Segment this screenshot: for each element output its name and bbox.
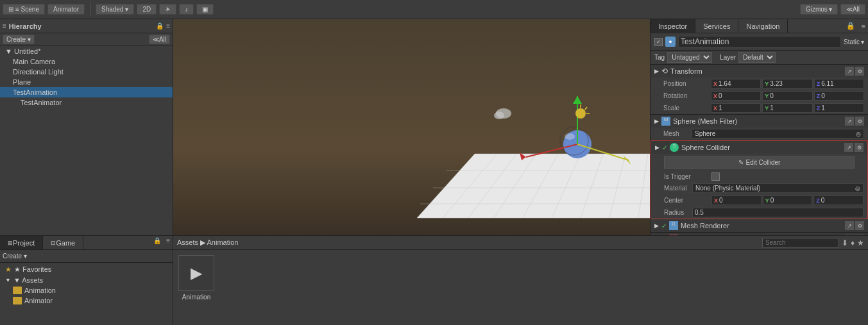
2d-btn[interactable]: 2D <box>137 4 157 15</box>
object-icon: ● <box>665 37 676 47</box>
hierarchy-untitled[interactable]: ▼ Untitled* <box>0 46 173 56</box>
scale-label: Scale <box>663 104 708 112</box>
scene-tab-btn[interactable]: ⊞ ≡ Scene <box>3 4 45 15</box>
component-transform: ▶ ⟲ Transform ↗ ⚙ Position X 1.64 <box>651 65 868 115</box>
mesh-filter-header[interactable]: ▶ M Sphere (Mesh Filter) ↗ ⚙ <box>651 115 868 128</box>
rotation-z-field[interactable]: Z 0 <box>814 91 864 101</box>
project-toolbar: Create ▾ <box>0 250 173 263</box>
sphere-collider-check-icon: ✓ <box>662 144 667 151</box>
tag-layer-row: Tag Untagged Layer Default <box>651 51 868 65</box>
edit-collider-btn[interactable]: ✎ Edit Collider <box>664 156 855 169</box>
mesh-value-field[interactable]: Sphere ◎ <box>692 129 864 138</box>
sphere-collider-header[interactable]: ▶ ✓ S Sphere Collider ↗ ⚙ <box>651 141 867 154</box>
gizmos-btn[interactable]: Gizmos ▾ <box>800 4 838 15</box>
radius-label: Radius <box>664 209 690 216</box>
material-field[interactable]: None (Physic Material) ◎ <box>692 183 864 193</box>
tab-inspector[interactable]: Inspector <box>651 19 695 33</box>
center-z-field[interactable]: Z 0 <box>813 196 864 205</box>
scene-view[interactable]: Y X Z ◄ Persp <box>173 19 650 235</box>
animator-tab-btn[interactable]: Animator <box>47 4 85 15</box>
inspector-lock-btn[interactable]: 🔒 <box>842 21 859 31</box>
transform-actions: ↗ ⚙ <box>845 67 864 76</box>
assets-icon3[interactable]: ★ <box>857 238 864 247</box>
is-trigger-row: Is Trigger <box>651 171 867 182</box>
hierarchy-all-btn[interactable]: ≪All <box>149 35 170 44</box>
layer-dropdown[interactable]: Default <box>738 52 776 63</box>
object-name[interactable]: TestAnimation <box>678 36 841 47</box>
mesh-renderer-menu-btn[interactable]: ⚙ <box>855 221 864 230</box>
assets-panel: Assets ▶ Animation ⬇ ♦ ★ ▶ Animation <box>173 236 868 325</box>
audio-btn[interactable]: ♪ <box>179 4 194 15</box>
assets-icon1[interactable]: ⬇ <box>842 238 848 247</box>
asset-item-animation[interactable]: ▶ Animation <box>178 255 214 301</box>
svg-point-16 <box>565 133 575 140</box>
hierarchy-item-test-animator[interactable]: TestAnimator <box>0 97 173 108</box>
object-active-checkbox[interactable]: ✓ <box>654 38 663 46</box>
position-x-field[interactable]: X 1.64 <box>711 79 761 88</box>
mesh-renderer-header[interactable]: ▶ ✓ R Mesh Renderer ↗ ⚙ <box>651 219 868 232</box>
transform-ref-btn[interactable]: ↗ <box>845 67 854 76</box>
mesh-label: Mesh <box>663 130 689 137</box>
all-btn[interactable]: ≪All <box>840 4 865 15</box>
is-trigger-checkbox[interactable] <box>711 172 720 181</box>
transform-arrow-icon: ▶ <box>654 68 659 74</box>
sphere-collider-ref-btn[interactable]: ↗ <box>844 143 853 152</box>
mesh-filter-ref-btn[interactable]: ↗ <box>845 117 854 126</box>
hierarchy-item-test-animation[interactable]: TestAnimation <box>0 87 173 97</box>
scene-area: Y X Z ◄ Persp <box>173 19 650 235</box>
bottom-area: ⊞ Project ⊡ Game 🔒 ≡ Create ▾ ★ ★ Favori… <box>0 235 868 325</box>
material-select-icon: ◎ <box>855 185 860 192</box>
center-y-field[interactable]: Y 0 <box>763 196 813 205</box>
svg-point-23 <box>575 108 586 119</box>
tab-game[interactable]: ⊡ Game <box>43 236 83 249</box>
tree-animation-folder[interactable]: Animation <box>0 285 173 296</box>
game-icon: ⊡ <box>51 240 56 246</box>
scale-z-field[interactable]: Z 1 <box>814 103 864 113</box>
scale-y-field[interactable]: Y 1 <box>762 103 812 113</box>
rotation-label: Rotation <box>663 92 708 99</box>
transform-menu-btn[interactable]: ⚙ <box>855 67 864 76</box>
mesh-filter-menu-btn[interactable]: ⚙ <box>855 117 864 126</box>
rotation-fields: X 0 Y 0 Z 0 <box>711 91 864 101</box>
hierarchy-item-plane[interactable]: Plane <box>0 77 173 87</box>
hierarchy-create-btn[interactable]: Create ▾ <box>3 35 35 44</box>
project-lock-btn[interactable]: 🔒 <box>151 236 164 249</box>
position-y-field[interactable]: Y 3.23 <box>762 79 812 88</box>
tree-favorites[interactable]: ★ ★ Favorites <box>0 264 173 275</box>
inspector-menu-btn[interactable]: ≡ <box>859 21 868 31</box>
sphere-collider-menu-btn[interactable]: ⚙ <box>855 143 864 152</box>
assets-content: ▶ Animation <box>173 250 868 325</box>
center-x-field[interactable]: X 0 <box>711 196 762 205</box>
transform-header[interactable]: ▶ ⟲ Transform ↗ ⚙ <box>651 65 868 78</box>
radius-row: Radius 0.5 <box>651 206 867 219</box>
hierarchy-item-main-camera[interactable]: Main Camera <box>0 56 173 67</box>
assets-search-input[interactable] <box>762 238 839 247</box>
material-label: Material <box>664 185 690 192</box>
rotation-y-field[interactable]: Y 0 <box>762 91 812 101</box>
assets-icon2[interactable]: ♦ <box>851 238 855 247</box>
tab-navigation[interactable]: Navigation <box>738 19 788 33</box>
play-icon: ▶ <box>191 264 202 282</box>
tree-animator-folder[interactable]: Animator <box>0 296 173 306</box>
tag-dropdown[interactable]: Untagged <box>667 52 712 63</box>
radius-field[interactable]: 0.5 <box>692 208 864 217</box>
project-create-label[interactable]: Create ▾ <box>3 253 27 260</box>
tab-services[interactable]: Services <box>695 19 738 33</box>
mesh-renderer-ref-btn[interactable]: ↗ <box>845 221 854 230</box>
shaded-dropdown[interactable]: Shaded ▾ <box>96 4 134 15</box>
tab-project[interactable]: ⊞ Project <box>0 236 43 249</box>
hierarchy-item-directional-light[interactable]: Directional Light <box>0 67 173 77</box>
main-layout: ≡ Hierarchy 🔒 ≡ Create ▾ ≪All ▼ Untitled… <box>0 19 868 235</box>
project-menu-btn[interactable]: ≡ <box>164 236 173 249</box>
lights-btn[interactable]: ☀ <box>159 4 176 15</box>
tree-assets[interactable]: ▼ ▼ Assets <box>0 275 173 285</box>
project-icon: ⊞ <box>8 240 13 246</box>
rotation-x-field[interactable]: X 0 <box>711 91 761 101</box>
static-label: Static ▾ <box>844 38 864 46</box>
scale-x-field[interactable]: X 1 <box>711 103 761 113</box>
fx-btn[interactable]: ▣ <box>196 4 214 15</box>
assets-arrow-icon: ▼ <box>5 277 11 283</box>
hierarchy-header: ≡ Hierarchy 🔒 ≡ <box>0 19 173 33</box>
position-z-field[interactable]: Z 6.11 <box>814 79 864 88</box>
mesh-renderer-icon: R <box>669 221 678 230</box>
